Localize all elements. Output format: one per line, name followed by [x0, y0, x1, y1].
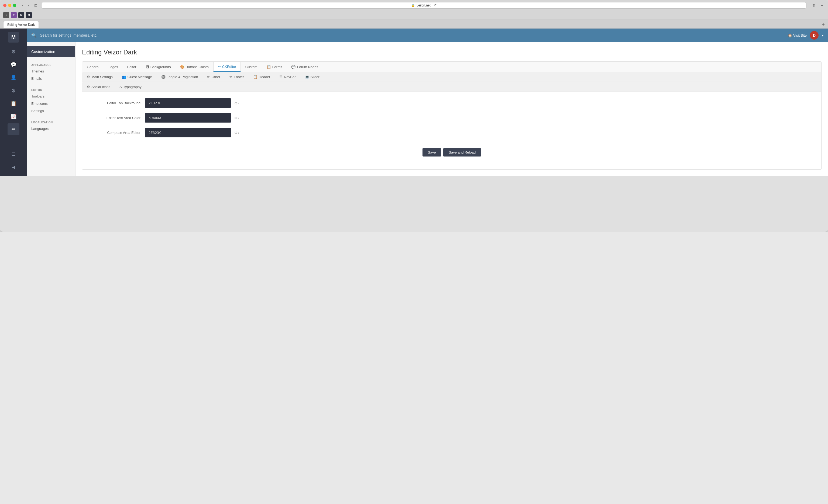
themes-link[interactable]: Themes [27, 67, 75, 75]
forum-nodes-icon: 💬 [291, 65, 295, 69]
tab-title: Editing Veizor Dark [7, 23, 35, 27]
tab-typography-label: Typography [123, 85, 141, 89]
languages-link[interactable]: Languages [27, 125, 75, 132]
share-button[interactable]: ⬆ [811, 3, 817, 8]
editor-text-area-color-label: Editor Text Area Color [91, 116, 145, 120]
tab-social-icons[interactable]: ⚙ Social Icons [82, 82, 115, 92]
lock-icon: 🔒 [411, 4, 415, 7]
forward-button[interactable]: › [26, 3, 31, 8]
new-tab-button[interactable]: + [819, 3, 825, 8]
ext-button-3[interactable]: M [18, 12, 24, 18]
tab-editor[interactable]: Editor [123, 62, 141, 72]
editor-text-area-color-row: Editor Text Area Color ⚙› [91, 113, 813, 123]
ext-button-2[interactable]: Y [11, 12, 17, 18]
sidebar-icon-customize[interactable]: ✏ [7, 123, 19, 135]
visit-site-link[interactable]: 🏠 Visit Site [788, 33, 807, 38]
tab-forms[interactable]: 📋 Forms [262, 62, 287, 72]
sidebar-icon-settings[interactable]: ⚙ [7, 46, 19, 58]
browser-tab-bar: Editing Veizor Dark + [0, 19, 828, 29]
editor-top-background-gear-icon[interactable]: ⚙› [234, 101, 239, 105]
tab-guest-message[interactable]: 👥 Guest Message [117, 72, 157, 82]
save-and-reload-button[interactable]: Save and Reload [443, 148, 481, 156]
tab-backgrounds[interactable]: 🖼 Backgrounds [141, 62, 175, 72]
sidebar-icon-billing[interactable]: $ [7, 85, 19, 96]
topbar: 🔍 🏠 Visit Site D ▾ [27, 29, 828, 42]
toolbars-link[interactable]: Toolbars [27, 93, 75, 100]
tab-logos[interactable]: Logos [104, 62, 122, 72]
sidebar-logo: M [8, 32, 19, 43]
home-icon: 🏠 [788, 33, 792, 38]
typography-icon: A [119, 85, 122, 89]
emails-link[interactable]: Emails [27, 75, 75, 82]
reload-icon[interactable]: ↺ [434, 3, 437, 7]
tab-toogle-pagination[interactable]: 🔘 Toogle & Pagination [157, 72, 203, 82]
new-tab-icon[interactable]: + [822, 22, 825, 28]
active-tab[interactable]: Editing Veizor Dark [3, 21, 39, 28]
sidebar-icon-pages[interactable]: 📋 [7, 97, 19, 109]
tab-panel: General Logos Editor 🖼 Backgrounds [82, 61, 822, 170]
sidebar-icon-users[interactable]: 👤 [7, 72, 19, 84]
tab-backgrounds-label: Backgrounds [151, 65, 171, 69]
save-button[interactable]: Save [422, 148, 441, 156]
editor-top-background-row: Editor Top Backround ⚙› [91, 98, 813, 108]
panel-header: Customization [27, 46, 75, 57]
tab-ckeditor[interactable]: ✏ CKEditor [213, 62, 241, 72]
tab-footer[interactable]: ✏ Footer [225, 72, 249, 82]
back-button[interactable]: ‹ [20, 3, 25, 8]
editor-text-area-color-gear-icon[interactable]: ⚙› [234, 116, 239, 120]
compose-area-editor-gear-icon[interactable]: ⚙› [234, 131, 239, 135]
settings-link[interactable]: Settings [27, 107, 75, 114]
tab-main-settings[interactable]: ⚙ Main Settings [82, 72, 117, 82]
search-input[interactable] [40, 33, 785, 38]
main-settings-icon: ⚙ [87, 75, 90, 79]
ext-button-1[interactable]: i [3, 12, 9, 18]
visit-site-label: Visit Site [793, 33, 807, 38]
editor-text-area-color-input[interactable] [145, 113, 231, 123]
maximize-button[interactable] [13, 4, 16, 7]
tab-custom[interactable]: Custom [241, 62, 262, 72]
user-dropdown-icon[interactable]: ▾ [822, 33, 824, 38]
buttons-colors-icon: 🎨 [180, 65, 184, 69]
tab-toogle-pagination-label: Toogle & Pagination [167, 75, 198, 79]
tab-forum-nodes[interactable]: 💬 Forum Nodes [287, 62, 323, 72]
panel-header-title: Customization [31, 50, 55, 54]
main-panel: 🔍 🏠 Visit Site D ▾ [27, 29, 828, 176]
reader-mode-button[interactable]: ⊡ [33, 3, 39, 8]
sidebar-icon-analytics[interactable]: 📈 [7, 110, 19, 122]
tab-custom-label: Custom [245, 65, 257, 69]
tab-buttons-colors-label: Buttons Colors [186, 65, 209, 69]
tab-other[interactable]: ✏ Other [203, 72, 225, 82]
tab-typography[interactable]: A Typography [115, 82, 146, 92]
tab-header[interactable]: 📋 Header [249, 72, 275, 82]
editor-section-label: EDITOR [27, 87, 75, 93]
tab-guest-message-label: Guest Message [128, 75, 152, 79]
left-navigation-panel: Customization APPEARANCE Themes Emails E… [27, 42, 76, 176]
tab-general[interactable]: General [82, 62, 104, 72]
page-title: Editing Veizor Dark [82, 48, 822, 56]
other-icon: ✏ [207, 75, 210, 79]
form-buttons: Save Save and Reload [91, 143, 813, 163]
tab-navbar[interactable]: ☰ NavBar [275, 72, 300, 82]
emoticons-link[interactable]: Emoticons [27, 100, 75, 107]
compose-area-editor-label: Compose Area Editor [91, 131, 145, 135]
user-avatar[interactable]: D [810, 31, 819, 40]
logo-text: M [11, 34, 16, 40]
guest-message-icon: 👥 [122, 75, 126, 79]
editor-top-background-input[interactable] [145, 98, 231, 108]
close-button[interactable] [3, 4, 6, 7]
address-bar[interactable]: 🔒 veilon.net ↺ [41, 2, 806, 9]
sidebar-icon-messages[interactable]: 💬 [7, 59, 19, 71]
tab-slider[interactable]: 💻 Slider [300, 72, 324, 82]
tab-main-settings-label: Main Settings [91, 75, 113, 79]
sidebar-icon-collapse[interactable]: ◀ [7, 161, 19, 173]
sidebar-icon-menu[interactable]: ☰ [7, 148, 19, 160]
appearance-section-label: APPEARANCE [27, 61, 75, 67]
minimize-button[interactable] [8, 4, 11, 7]
compose-area-editor-input[interactable] [145, 128, 231, 137]
social-icons-icon: ⚙ [87, 85, 90, 89]
ext-button-4[interactable]: M [26, 12, 32, 18]
ckeditor-icon: ✏ [218, 65, 221, 69]
tab-row-3: ⚙ Social Icons A Typography [82, 82, 821, 92]
tab-slider-label: Slider [310, 75, 320, 79]
tab-buttons-colors[interactable]: 🎨 Buttons Colors [175, 62, 213, 72]
